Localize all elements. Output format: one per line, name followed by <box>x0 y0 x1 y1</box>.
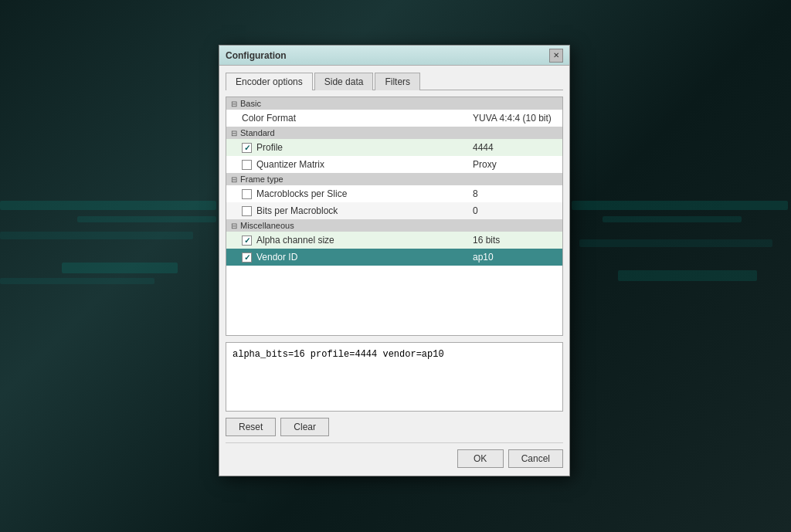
quantizer-matrix-value: Proxy <box>465 159 558 170</box>
row-bits-per-macroblock: Bits per Macroblock 0 <box>226 202 562 219</box>
tab-encoder-options[interactable]: Encoder options <box>226 73 313 90</box>
vendor-id-value: ap10 <box>465 252 558 263</box>
collapse-misc-icon[interactable]: ⊟ <box>231 222 237 230</box>
bits-macroblock-label: Bits per Macroblock <box>256 205 465 216</box>
row-quantizer-matrix: Quantizer Matrix Proxy <box>226 156 562 173</box>
row-vendor-id: Vendor ID ap10 <box>226 249 562 266</box>
dialog-titlebar: Configuration ✕ <box>219 46 569 66</box>
bits-macroblock-value: 0 <box>465 205 558 216</box>
ok-button[interactable]: OK <box>457 449 504 468</box>
checkbox-quantizer-matrix[interactable] <box>242 160 252 170</box>
profile-value: 4444 <box>465 142 558 153</box>
cmdline-text: alpha_bits=16 profile=4444 vendor=ap10 <box>233 349 444 360</box>
close-button[interactable]: ✕ <box>549 49 563 63</box>
btn-group-left: Reset Clear <box>226 418 329 436</box>
tab-bar: Encoder options Side data Filters <box>226 72 563 90</box>
macroblocks-value: 8 <box>465 188 558 199</box>
checkbox-vendor-id[interactable] <box>242 252 252 263</box>
dialog-title: Configuration <box>226 50 287 61</box>
section-basic-label: Basic <box>240 99 261 108</box>
collapse-basic-icon[interactable]: ⊟ <box>231 100 237 108</box>
reset-button[interactable]: Reset <box>226 418 276 436</box>
color-format-label: Color Format <box>242 113 465 124</box>
options-panel: ⊟ Basic Color Format YUVA 4:4:4 (10 bit)… <box>226 97 563 336</box>
checkbox-alpha-channel[interactable] <box>242 236 252 246</box>
macroblocks-label: Macroblocks per Slice <box>256 188 465 199</box>
tab-side-data[interactable]: Side data <box>314 73 374 90</box>
section-frame-type-header: ⊟ Frame type <box>226 173 562 185</box>
alpha-channel-value: 16 bits <box>465 235 558 246</box>
cmdline-area[interactable]: alpha_bits=16 profile=4444 vendor=ap10 <box>226 342 563 412</box>
color-format-value: YUVA 4:4:4 (10 bit) <box>465 113 558 124</box>
section-misc-header: ⊟ Miscellaneous <box>226 219 562 232</box>
quantizer-matrix-label: Quantizer Matrix <box>256 159 465 170</box>
cancel-button[interactable]: Cancel <box>508 449 563 468</box>
alpha-channel-label: Alpha channel size <box>256 235 465 246</box>
row-alpha-channel: Alpha channel size 16 bits <box>226 232 562 249</box>
section-misc-label: Miscellaneous <box>240 221 294 230</box>
profile-label: Profile <box>256 142 465 153</box>
dialog-content: Encoder options Side data Filters ⊟ Basi… <box>219 66 569 476</box>
checkbox-bits-macroblock[interactable] <box>242 206 252 216</box>
vendor-id-label: Vendor ID <box>256 252 465 263</box>
section-standard-label: Standard <box>240 128 275 137</box>
section-standard-header: ⊟ Standard <box>226 127 562 139</box>
checkbox-profile[interactable] <box>242 143 252 153</box>
row-macroblocks-per-slice: Macroblocks per Slice 8 <box>226 185 562 202</box>
section-frame-type-label: Frame type <box>240 175 283 184</box>
dialog-footer: OK Cancel <box>226 442 563 469</box>
tab-filters[interactable]: Filters <box>375 73 420 90</box>
configuration-dialog: Configuration ✕ Encoder options Side dat… <box>219 45 570 476</box>
row-profile: Profile 4444 <box>226 139 562 156</box>
clear-button[interactable]: Clear <box>280 418 329 436</box>
section-basic-header: ⊟ Basic <box>226 97 562 110</box>
collapse-frame-type-icon[interactable]: ⊟ <box>231 175 237 184</box>
collapse-standard-icon[interactable]: ⊟ <box>231 129 237 137</box>
checkbox-macroblocks[interactable] <box>242 189 252 199</box>
row-color-format: Color Format YUVA 4:4:4 (10 bit) <box>226 110 562 127</box>
reset-clear-row: Reset Clear <box>226 418 563 436</box>
